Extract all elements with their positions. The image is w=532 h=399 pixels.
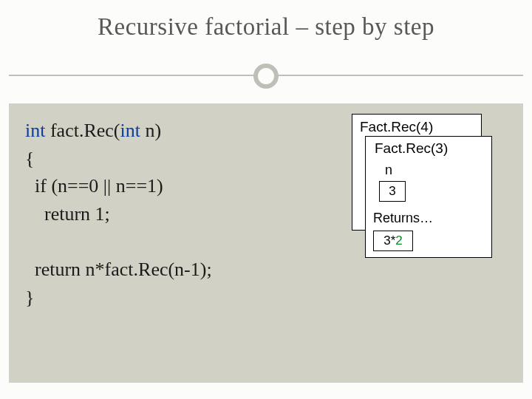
code-line-if: if (n==0 || n==1) [25, 172, 212, 200]
code-block: int fact.Rec(int n) { if (n==0 || n==1) … [25, 117, 212, 312]
variable-value-box: 3 [379, 181, 406, 202]
variable-label-n: n [366, 161, 491, 180]
code-line-blank [25, 228, 212, 256]
returns-label: Returns… [366, 206, 491, 229]
code-line-return-1: return 1; [25, 200, 212, 228]
code-text: n) [140, 120, 161, 141]
expr-lhs: 3 [383, 233, 390, 248]
stack-frame-back-header: Fact.Rec(4) [352, 115, 481, 138]
slide-title: Recursive factorial – step by step [0, 13, 532, 41]
expr-star: * [391, 233, 396, 248]
stack-frame-front: Fact.Rec(3) n 3 Returns… 3*2 [365, 136, 492, 258]
expr-rhs: 2 [395, 233, 402, 248]
return-expression-box: 3*2 [373, 231, 413, 251]
divider-circle-icon [253, 64, 279, 89]
keyword-int: int [25, 120, 45, 141]
divider [9, 61, 523, 90]
slide: Recursive factorial – step by step int f… [0, 0, 532, 399]
code-text: fact.Rec( [45, 120, 120, 141]
keyword-int: int [120, 120, 140, 141]
variable-value: 3 [389, 184, 395, 199]
code-line-brace-open: { [25, 145, 212, 173]
code-line-return-rec: return n*fact.Rec(n-1); [25, 256, 212, 284]
stack-frame-front-header: Fact.Rec(3) [366, 137, 491, 161]
code-line-brace-close: } [25, 284, 212, 312]
code-line-signature: int fact.Rec(int n) [25, 117, 212, 145]
